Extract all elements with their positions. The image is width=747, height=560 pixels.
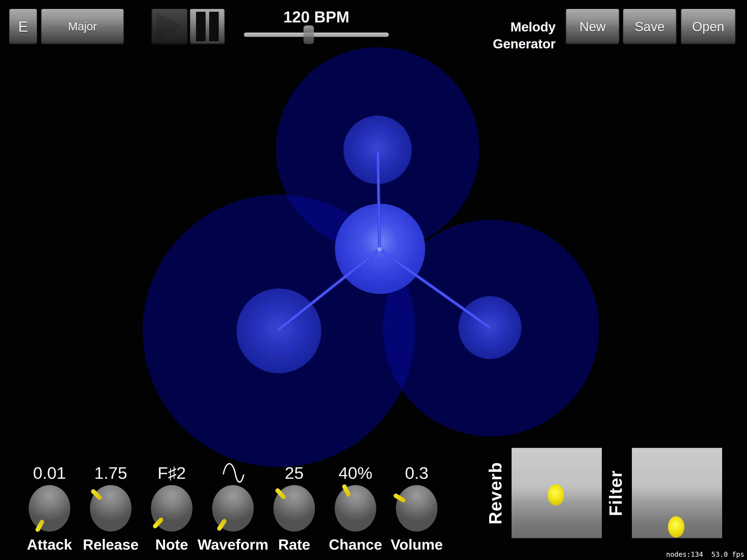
knob-indicator bbox=[35, 519, 45, 533]
filter-pad-group: Filter bbox=[606, 448, 722, 538]
reverb-pad-group: Reverb bbox=[485, 448, 602, 538]
knob-indicator bbox=[216, 518, 227, 532]
root-note-button[interactable]: E bbox=[8, 8, 38, 45]
knob-waveform-dial[interactable] bbox=[212, 485, 254, 532]
link-junction bbox=[377, 247, 382, 252]
open-button[interactable]: Open bbox=[680, 8, 736, 45]
knob-chance-value: 40% bbox=[338, 462, 372, 485]
scale-button[interactable]: Major bbox=[41, 8, 124, 45]
bpm-slider-track[interactable] bbox=[244, 32, 389, 37]
status-readout: nodes:134 53.0 fps bbox=[666, 551, 744, 558]
knob-indicator bbox=[90, 488, 103, 501]
knob-rate: 25 Rate bbox=[264, 462, 325, 553]
knob-volume-label: Volume bbox=[390, 536, 443, 553]
reverb-label: Reverb bbox=[485, 462, 507, 525]
filter-label: Filter bbox=[606, 470, 627, 516]
knob-release-dial[interactable] bbox=[90, 485, 131, 532]
filter-pad[interactable] bbox=[632, 448, 722, 538]
pause-button[interactable] bbox=[189, 8, 225, 45]
knob-chance-dial[interactable] bbox=[335, 485, 376, 532]
knob-indicator bbox=[275, 487, 287, 500]
knob-waveform-label: Waveform bbox=[198, 536, 268, 553]
pause-bars-icon bbox=[196, 12, 206, 41]
play-button[interactable] bbox=[151, 8, 188, 45]
knob-indicator bbox=[152, 516, 164, 529]
knob-note: F♯2 Note bbox=[141, 462, 202, 553]
knob-volume: 0.3 Volume bbox=[386, 462, 447, 553]
knob-indicator bbox=[393, 493, 406, 503]
knob-chance: 40% Chance bbox=[325, 462, 386, 553]
knob-chance-label: Chance bbox=[329, 536, 382, 553]
bpm-slider-thumb[interactable] bbox=[304, 25, 314, 44]
knob-volume-dial[interactable] bbox=[396, 485, 437, 532]
save-button[interactable]: Save bbox=[622, 8, 677, 45]
app-title: Melody Generator bbox=[462, 19, 556, 52]
knob-release-label: Release bbox=[83, 536, 138, 553]
knob-waveform: Waveform bbox=[202, 462, 264, 553]
play-triangle-icon bbox=[154, 11, 185, 42]
reverb-dot[interactable] bbox=[548, 484, 564, 506]
knob-attack: 0.01 Attack bbox=[19, 462, 80, 553]
knob-attack-value: 0.01 bbox=[33, 462, 66, 485]
knob-note-dial[interactable] bbox=[151, 485, 192, 532]
filter-dot[interactable] bbox=[668, 516, 685, 538]
knob-indicator bbox=[341, 484, 351, 498]
melody-node[interactable] bbox=[459, 296, 521, 359]
new-button[interactable]: New bbox=[565, 8, 620, 45]
app-window: E Major 120 BPM Melody Generator New Sav… bbox=[0, 0, 747, 560]
bpm-value: 120 BPM bbox=[244, 8, 389, 26]
knob-rate-dial[interactable] bbox=[274, 485, 315, 532]
knob-release: 1.75 Release bbox=[80, 462, 141, 553]
knob-attack-label: Attack bbox=[27, 536, 72, 553]
knob-attack-dial[interactable] bbox=[29, 485, 70, 532]
pause-bars-icon bbox=[209, 12, 219, 41]
reverb-pad[interactable] bbox=[512, 448, 602, 538]
